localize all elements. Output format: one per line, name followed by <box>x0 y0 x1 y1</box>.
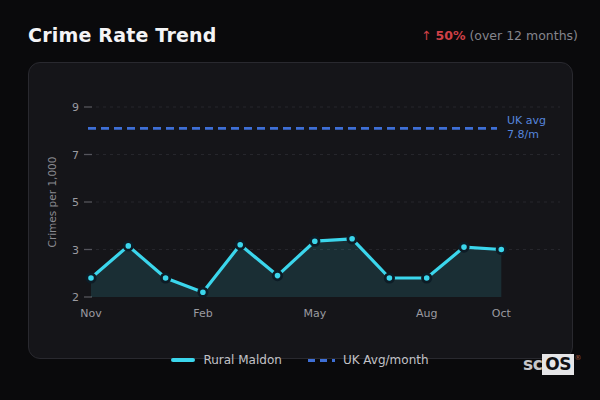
data-point <box>161 274 169 282</box>
x-tick-label: Nov <box>80 307 102 320</box>
dashed-line-swatch <box>308 359 335 362</box>
solid-line-swatch <box>171 358 195 362</box>
data-point <box>497 245 505 253</box>
data-point <box>423 274 431 282</box>
logo-prefix: sc <box>523 354 542 375</box>
logo-box: OS ® <box>542 354 574 375</box>
y-tick-label: 7 <box>72 149 79 162</box>
scos-logo: sc OS ® <box>523 354 574 375</box>
y-tick-label: 9 <box>72 101 79 114</box>
data-point <box>385 274 393 282</box>
legend-label: UK Avg/month <box>343 353 429 367</box>
y-tick-label: 3 <box>72 244 79 257</box>
data-point <box>124 242 132 250</box>
y-tick-label: 5 <box>72 196 79 209</box>
x-tick-label: Feb <box>193 307 212 320</box>
legend-item-rural-maldon: Rural Maldon <box>171 353 281 367</box>
data-point <box>348 235 356 243</box>
data-point <box>311 237 319 245</box>
logo-suffix: OS <box>545 354 571 374</box>
uk-avg-label: UK avg7.8/m <box>507 114 546 141</box>
data-point <box>273 271 281 279</box>
registered-mark: ® <box>575 348 582 369</box>
data-point <box>87 274 95 282</box>
data-point <box>199 288 207 296</box>
chart-legend: Rural Maldon UK Avg/month <box>0 353 600 367</box>
trend-chart: 23579NovFebMayAugOctCrimes per 1,000UK a… <box>0 0 600 400</box>
data-point <box>460 243 468 251</box>
legend-label: Rural Maldon <box>203 353 281 367</box>
data-point <box>236 241 244 249</box>
x-tick-label: Aug <box>416 307 437 320</box>
x-tick-label: May <box>303 307 326 320</box>
x-tick-label: Oct <box>492 307 512 320</box>
crime-trend-widget: Crime Rate Trend ↑ 50%(over 12 months) 2… <box>0 0 600 400</box>
y-tick-label: 2 <box>72 291 79 304</box>
y-axis-title: Crimes per 1,000 <box>46 157 58 248</box>
legend-item-uk-avg: UK Avg/month <box>308 353 429 367</box>
